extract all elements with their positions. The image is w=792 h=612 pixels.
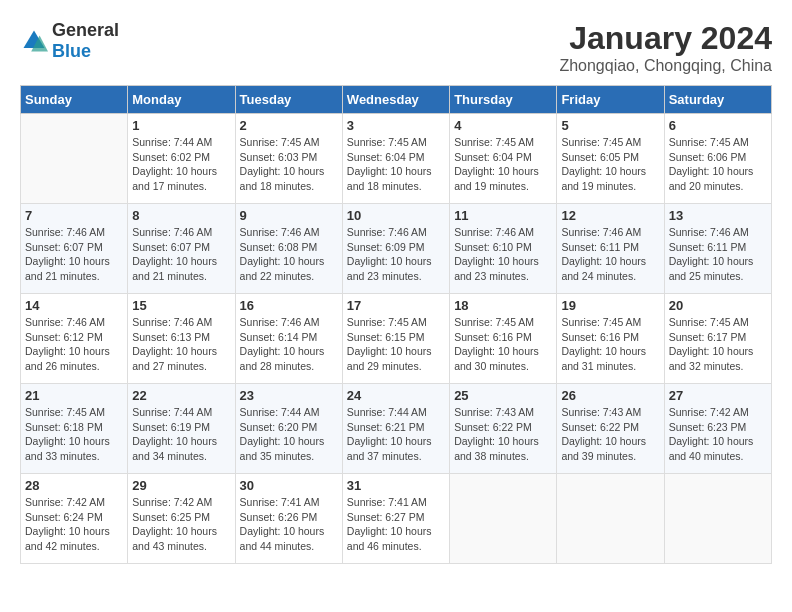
calendar-cell: 16Sunrise: 7:46 AM Sunset: 6:14 PM Dayli… (235, 294, 342, 384)
day-info: Sunrise: 7:46 AM Sunset: 6:10 PM Dayligh… (454, 225, 552, 284)
week-row-4: 28Sunrise: 7:42 AM Sunset: 6:24 PM Dayli… (21, 474, 772, 564)
calendar-cell: 12Sunrise: 7:46 AM Sunset: 6:11 PM Dayli… (557, 204, 664, 294)
calendar-cell (664, 474, 771, 564)
location-title: Zhongqiao, Chongqing, China (559, 57, 772, 75)
day-info: Sunrise: 7:46 AM Sunset: 6:11 PM Dayligh… (669, 225, 767, 284)
logo-general: General (52, 20, 119, 40)
logo-icon (20, 27, 48, 55)
calendar-cell: 10Sunrise: 7:46 AM Sunset: 6:09 PM Dayli… (342, 204, 449, 294)
day-number: 17 (347, 298, 445, 313)
day-info: Sunrise: 7:44 AM Sunset: 6:21 PM Dayligh… (347, 405, 445, 464)
day-info: Sunrise: 7:46 AM Sunset: 6:13 PM Dayligh… (132, 315, 230, 374)
calendar-cell: 22Sunrise: 7:44 AM Sunset: 6:19 PM Dayli… (128, 384, 235, 474)
day-number: 23 (240, 388, 338, 403)
header-day-sunday: Sunday (21, 86, 128, 114)
day-number: 28 (25, 478, 123, 493)
day-number: 14 (25, 298, 123, 313)
day-info: Sunrise: 7:42 AM Sunset: 6:25 PM Dayligh… (132, 495, 230, 554)
day-number: 15 (132, 298, 230, 313)
day-number: 21 (25, 388, 123, 403)
header-day-monday: Monday (128, 86, 235, 114)
day-info: Sunrise: 7:46 AM Sunset: 6:09 PM Dayligh… (347, 225, 445, 284)
calendar-cell: 31Sunrise: 7:41 AM Sunset: 6:27 PM Dayli… (342, 474, 449, 564)
day-number: 3 (347, 118, 445, 133)
calendar-cell: 4Sunrise: 7:45 AM Sunset: 6:04 PM Daylig… (450, 114, 557, 204)
calendar-cell: 28Sunrise: 7:42 AM Sunset: 6:24 PM Dayli… (21, 474, 128, 564)
calendar-cell: 21Sunrise: 7:45 AM Sunset: 6:18 PM Dayli… (21, 384, 128, 474)
day-info: Sunrise: 7:45 AM Sunset: 6:03 PM Dayligh… (240, 135, 338, 194)
calendar-cell: 3Sunrise: 7:45 AM Sunset: 6:04 PM Daylig… (342, 114, 449, 204)
day-info: Sunrise: 7:45 AM Sunset: 6:16 PM Dayligh… (561, 315, 659, 374)
calendar-cell: 15Sunrise: 7:46 AM Sunset: 6:13 PM Dayli… (128, 294, 235, 384)
calendar-cell: 20Sunrise: 7:45 AM Sunset: 6:17 PM Dayli… (664, 294, 771, 384)
header-day-thursday: Thursday (450, 86, 557, 114)
week-row-2: 14Sunrise: 7:46 AM Sunset: 6:12 PM Dayli… (21, 294, 772, 384)
header-day-wednesday: Wednesday (342, 86, 449, 114)
calendar-cell: 18Sunrise: 7:45 AM Sunset: 6:16 PM Dayli… (450, 294, 557, 384)
day-number: 4 (454, 118, 552, 133)
day-info: Sunrise: 7:46 AM Sunset: 6:11 PM Dayligh… (561, 225, 659, 284)
day-number: 27 (669, 388, 767, 403)
day-number: 22 (132, 388, 230, 403)
calendar-cell: 6Sunrise: 7:45 AM Sunset: 6:06 PM Daylig… (664, 114, 771, 204)
calendar-cell: 11Sunrise: 7:46 AM Sunset: 6:10 PM Dayli… (450, 204, 557, 294)
day-info: Sunrise: 7:41 AM Sunset: 6:27 PM Dayligh… (347, 495, 445, 554)
week-row-0: 1Sunrise: 7:44 AM Sunset: 6:02 PM Daylig… (21, 114, 772, 204)
calendar-cell: 24Sunrise: 7:44 AM Sunset: 6:21 PM Dayli… (342, 384, 449, 474)
day-number: 13 (669, 208, 767, 223)
day-number: 8 (132, 208, 230, 223)
calendar-cell: 9Sunrise: 7:46 AM Sunset: 6:08 PM Daylig… (235, 204, 342, 294)
day-number: 16 (240, 298, 338, 313)
day-info: Sunrise: 7:43 AM Sunset: 6:22 PM Dayligh… (561, 405, 659, 464)
logo: General Blue (20, 20, 119, 62)
title-area: January 2024 Zhongqiao, Chongqing, China (559, 20, 772, 75)
calendar-cell: 26Sunrise: 7:43 AM Sunset: 6:22 PM Dayli… (557, 384, 664, 474)
day-number: 18 (454, 298, 552, 313)
calendar-cell: 29Sunrise: 7:42 AM Sunset: 6:25 PM Dayli… (128, 474, 235, 564)
day-number: 30 (240, 478, 338, 493)
day-number: 19 (561, 298, 659, 313)
header-day-tuesday: Tuesday (235, 86, 342, 114)
day-number: 12 (561, 208, 659, 223)
day-info: Sunrise: 7:45 AM Sunset: 6:16 PM Dayligh… (454, 315, 552, 374)
day-number: 25 (454, 388, 552, 403)
day-info: Sunrise: 7:46 AM Sunset: 6:14 PM Dayligh… (240, 315, 338, 374)
calendar-table: SundayMondayTuesdayWednesdayThursdayFrid… (20, 85, 772, 564)
calendar-cell: 1Sunrise: 7:44 AM Sunset: 6:02 PM Daylig… (128, 114, 235, 204)
day-info: Sunrise: 7:45 AM Sunset: 6:04 PM Dayligh… (347, 135, 445, 194)
week-row-3: 21Sunrise: 7:45 AM Sunset: 6:18 PM Dayli… (21, 384, 772, 474)
day-info: Sunrise: 7:42 AM Sunset: 6:24 PM Dayligh… (25, 495, 123, 554)
day-number: 29 (132, 478, 230, 493)
calendar-cell: 25Sunrise: 7:43 AM Sunset: 6:22 PM Dayli… (450, 384, 557, 474)
calendar-cell: 19Sunrise: 7:45 AM Sunset: 6:16 PM Dayli… (557, 294, 664, 384)
day-info: Sunrise: 7:46 AM Sunset: 6:08 PM Dayligh… (240, 225, 338, 284)
day-info: Sunrise: 7:45 AM Sunset: 6:06 PM Dayligh… (669, 135, 767, 194)
calendar-cell: 14Sunrise: 7:46 AM Sunset: 6:12 PM Dayli… (21, 294, 128, 384)
day-number: 24 (347, 388, 445, 403)
day-info: Sunrise: 7:43 AM Sunset: 6:22 PM Dayligh… (454, 405, 552, 464)
calendar-cell: 2Sunrise: 7:45 AM Sunset: 6:03 PM Daylig… (235, 114, 342, 204)
day-info: Sunrise: 7:45 AM Sunset: 6:18 PM Dayligh… (25, 405, 123, 464)
calendar-cell: 5Sunrise: 7:45 AM Sunset: 6:05 PM Daylig… (557, 114, 664, 204)
week-row-1: 7Sunrise: 7:46 AM Sunset: 6:07 PM Daylig… (21, 204, 772, 294)
day-info: Sunrise: 7:45 AM Sunset: 6:17 PM Dayligh… (669, 315, 767, 374)
day-number: 5 (561, 118, 659, 133)
day-info: Sunrise: 7:46 AM Sunset: 6:07 PM Dayligh… (25, 225, 123, 284)
day-info: Sunrise: 7:45 AM Sunset: 6:04 PM Dayligh… (454, 135, 552, 194)
day-number: 1 (132, 118, 230, 133)
calendar-cell: 30Sunrise: 7:41 AM Sunset: 6:26 PM Dayli… (235, 474, 342, 564)
header: General Blue January 2024 Zhongqiao, Cho… (20, 20, 772, 75)
calendar-header-row: SundayMondayTuesdayWednesdayThursdayFrid… (21, 86, 772, 114)
day-number: 10 (347, 208, 445, 223)
day-number: 6 (669, 118, 767, 133)
calendar-cell (21, 114, 128, 204)
day-number: 20 (669, 298, 767, 313)
day-info: Sunrise: 7:46 AM Sunset: 6:12 PM Dayligh… (25, 315, 123, 374)
day-number: 26 (561, 388, 659, 403)
header-day-saturday: Saturday (664, 86, 771, 114)
day-number: 7 (25, 208, 123, 223)
calendar-cell: 23Sunrise: 7:44 AM Sunset: 6:20 PM Dayli… (235, 384, 342, 474)
calendar-cell: 8Sunrise: 7:46 AM Sunset: 6:07 PM Daylig… (128, 204, 235, 294)
day-number: 31 (347, 478, 445, 493)
day-info: Sunrise: 7:45 AM Sunset: 6:05 PM Dayligh… (561, 135, 659, 194)
